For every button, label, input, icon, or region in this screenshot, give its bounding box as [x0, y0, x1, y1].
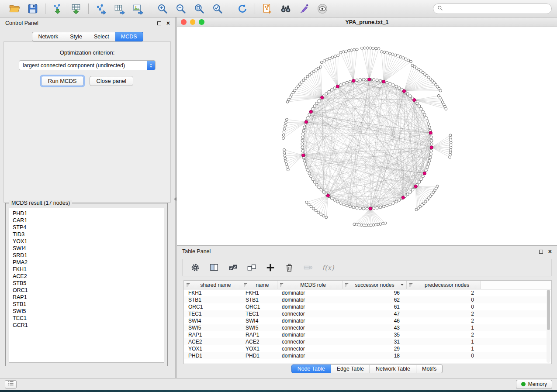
network-hub-node[interactable] — [430, 146, 433, 149]
columns-button[interactable] — [209, 263, 219, 272]
network-node[interactable] — [346, 204, 348, 207]
network-node[interactable] — [307, 117, 309, 119]
delete-row-button[interactable] — [284, 263, 294, 272]
network-node[interactable] — [343, 203, 345, 206]
network-node[interactable] — [301, 136, 304, 138]
network-node[interactable] — [325, 93, 328, 95]
network-node[interactable] — [305, 201, 308, 203]
mcds-result-item[interactable]: TEC1 — [13, 315, 164, 322]
mcds-result-item[interactable]: PMA2 — [13, 259, 164, 266]
network-node[interactable] — [450, 146, 452, 149]
network-node[interactable] — [313, 181, 316, 183]
network-node[interactable] — [317, 211, 320, 214]
network-node[interactable] — [410, 60, 412, 63]
tab-network-table[interactable]: Network Table — [370, 364, 416, 373]
zoom-in-button[interactable] — [153, 2, 172, 16]
find-button[interactable] — [277, 2, 295, 16]
mcds-result-item[interactable]: GCR1 — [13, 322, 164, 329]
network-hub-node[interactable] — [402, 89, 405, 93]
zoom-fit-button[interactable] — [190, 2, 208, 16]
network-node[interactable] — [388, 52, 391, 55]
network-node[interactable] — [282, 134, 285, 136]
network-node[interactable] — [425, 169, 427, 172]
show-hide-button[interactable] — [313, 2, 332, 16]
network-node[interactable] — [415, 208, 418, 211]
network-node[interactable] — [284, 121, 287, 124]
network-node[interactable] — [310, 205, 312, 208]
network-node[interactable] — [343, 83, 345, 85]
network-node[interactable] — [315, 209, 317, 212]
network-node[interactable] — [315, 102, 318, 105]
network-node[interactable] — [449, 151, 452, 154]
mcds-result-item[interactable]: STP4 — [13, 224, 164, 231]
tab-mcds[interactable]: MCDS — [115, 32, 143, 41]
network-node[interactable] — [308, 172, 311, 175]
network-node[interactable] — [301, 149, 304, 152]
network-node[interactable] — [405, 58, 407, 60]
network-node[interactable] — [301, 143, 304, 145]
network-node[interactable] — [325, 58, 328, 61]
network-node[interactable] — [315, 183, 318, 186]
mcds-result-item[interactable]: CAR1 — [13, 217, 164, 224]
network-node[interactable] — [356, 48, 358, 51]
network-node[interactable] — [285, 118, 288, 121]
export-image-button[interactable] — [128, 2, 147, 16]
network-node[interactable] — [359, 207, 361, 210]
search-input[interactable] — [446, 5, 547, 12]
network-node[interactable] — [445, 108, 447, 110]
export-network-button[interactable] — [92, 2, 110, 16]
criterion-dropdown[interactable]: largest connected component (undirected)… — [19, 60, 156, 70]
network-hub-node[interactable] — [414, 185, 417, 188]
network-node[interactable] — [308, 113, 311, 116]
network-node[interactable] — [402, 57, 405, 59]
export-table-button[interactable] — [110, 2, 128, 16]
tab-style[interactable]: Style — [64, 32, 88, 41]
network-node[interactable] — [337, 54, 339, 57]
network-node[interactable] — [382, 205, 385, 208]
tab-edge-table[interactable]: Edge Table — [331, 364, 370, 373]
network-node[interactable] — [303, 126, 306, 129]
network-node[interactable] — [420, 178, 422, 180]
network-node[interactable] — [320, 189, 322, 191]
network-node[interactable] — [320, 61, 323, 64]
table-row[interactable]: YOX1YOX1connector291 — [184, 345, 551, 352]
network-node[interactable] — [418, 105, 421, 107]
scrollbar-thumb[interactable] — [547, 290, 550, 330]
network-hub-node[interactable] — [326, 194, 329, 197]
minimize-window-icon[interactable] — [190, 19, 196, 25]
mcds-result-item[interactable]: ORC1 — [13, 287, 164, 294]
open-folder-button[interactable] — [5, 2, 24, 16]
save-button[interactable] — [24, 2, 42, 16]
table-row[interactable]: TEC1TEC1connector472 — [184, 310, 551, 317]
network-node[interactable] — [282, 137, 285, 140]
network-node[interactable] — [397, 55, 399, 57]
table-row[interactable]: FKH1FKH1dominator962 — [184, 289, 551, 296]
network-node[interactable] — [406, 193, 409, 196]
network-node[interactable] — [301, 146, 304, 149]
maximize-window-icon[interactable] — [199, 19, 204, 25]
column-header-predecessor-nodes[interactable]: predecessor nodes — [407, 281, 481, 289]
network-node[interactable] — [320, 213, 322, 216]
network-node[interactable] — [322, 191, 325, 193]
network-node[interactable] — [422, 110, 424, 113]
network-node[interactable] — [339, 51, 342, 54]
network-node[interactable] — [284, 160, 287, 163]
network-node[interactable] — [392, 202, 394, 204]
network-node[interactable] — [322, 214, 325, 217]
table-row[interactable]: SWI5SWI5connector431 — [184, 324, 551, 331]
table-scrollbar[interactable] — [547, 290, 550, 363]
network-node[interactable] — [389, 83, 391, 85]
network-node[interactable] — [395, 85, 398, 88]
network-node[interactable] — [399, 55, 402, 58]
network-node[interactable] — [302, 133, 304, 135]
network-canvas[interactable] — [177, 27, 557, 245]
chevron-down-icon[interactable] — [400, 283, 404, 287]
network-node[interactable] — [302, 129, 305, 132]
network-node[interactable] — [374, 47, 377, 50]
network-node[interactable] — [449, 134, 452, 137]
network-node[interactable] — [423, 113, 426, 116]
table-row[interactable]: PHD1PHD1dominator180 — [184, 352, 551, 359]
network-node[interactable] — [304, 163, 307, 165]
network-hub-node[interactable] — [382, 80, 385, 83]
network-node[interactable] — [323, 60, 325, 62]
